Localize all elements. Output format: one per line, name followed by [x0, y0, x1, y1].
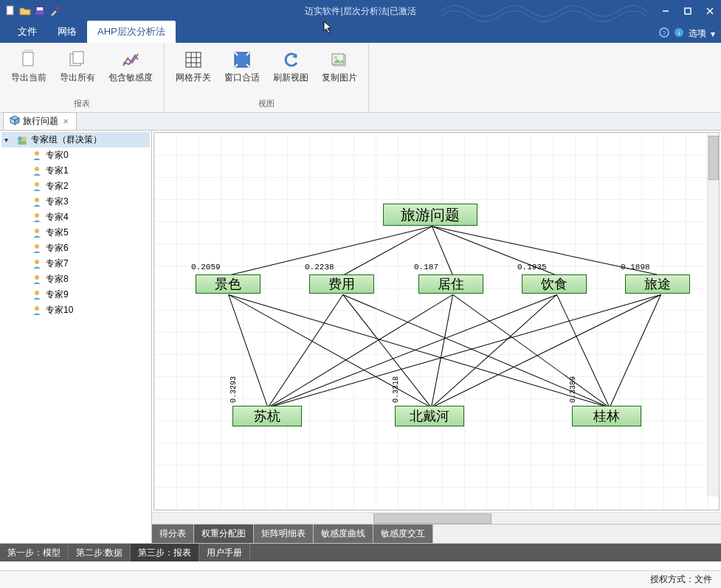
tree-expert-item[interactable]: 专家2 — [1, 179, 150, 194]
refresh-button[interactable]: 刷新视图 — [268, 46, 314, 88]
tree-expert-item[interactable]: 专家7 — [1, 256, 150, 271]
criteria-weight-label: 0.2059 — [191, 263, 221, 271]
svg-point-24 — [18, 136, 22, 141]
horizontal-scroll-thumb[interactable] — [373, 513, 491, 524]
tree-expert-item[interactable]: 专家1 — [1, 163, 150, 179]
person-icon — [31, 243, 43, 255]
tree-expert-item[interactable]: 专家0 — [1, 148, 150, 163]
svg-point-35 — [35, 275, 39, 280]
export-current-button[interactable]: 导出当前 — [6, 46, 52, 88]
svg-point-31 — [35, 213, 39, 218]
menu-ahp[interactable]: AHP层次分析法 — [87, 21, 176, 43]
main-area: ▾ 专家组（群决策） 专家0专家1专家2专家3专家4专家5专家6专家7专家8专家… — [0, 131, 721, 544]
node-goal[interactable]: 旅游问题 — [383, 204, 477, 226]
node-criteria[interactable]: 饮食 — [522, 274, 587, 294]
node-alternative[interactable]: 北戴河 — [395, 406, 464, 426]
step-button[interactable]: 第一步：模型 — [0, 544, 69, 561]
chart-tab[interactable]: 得分表 — [152, 525, 194, 543]
step-button[interactable]: 第三步：报表 — [131, 544, 199, 561]
svg-rect-5 — [685, 8, 691, 14]
titlebar: 迈实软件|层次分析法|已激活 — [0, 0, 721, 22]
ribconfronted: 窗口合适 — [224, 72, 260, 84]
person-icon — [31, 227, 43, 239]
diagram-canvas[interactable]: 旅游问题0.2059景色0.2238费用0.187居住0.1935饮食0.189… — [153, 132, 720, 511]
window-title: 迈实软件|层次分析法|已激活 — [305, 5, 415, 18]
options-dropdown[interactable]: 选项 — [689, 27, 706, 40]
export-all-button[interactable]: 导出所有 — [55, 46, 100, 88]
person-icon — [31, 150, 43, 162]
tree-expander-icon[interactable]: ▾ — [4, 136, 13, 144]
canvas-wrap: 旅游问题0.2059景色0.2238费用0.187居住0.1935饮食0.189… — [152, 131, 721, 543]
maximize-button[interactable] — [677, 1, 699, 21]
minimize-button[interactable] — [655, 1, 677, 21]
node-criteria[interactable]: 景色 — [196, 274, 261, 294]
group-icon — [16, 134, 28, 146]
open-folder-icon[interactable] — [19, 5, 31, 17]
ribbon-group-report: 导出当前导出所有包含敏感度 报表 — [0, 43, 165, 112]
person-icon — [31, 181, 43, 193]
fit-button[interactable]: 窗口合适 — [219, 46, 265, 88]
chart-tab[interactable]: 敏感度曲线 — [314, 525, 373, 543]
tree-expert-item[interactable]: 专家3 — [1, 194, 150, 210]
node-criteria[interactable]: 旅途 — [625, 274, 690, 294]
copy-image-icon — [329, 49, 350, 70]
grid-button[interactable]: 网格开关 — [170, 46, 216, 88]
tree-root[interactable]: ▾ 专家组（群决策） — [1, 132, 150, 148]
tree-item-label: 专家6 — [46, 242, 69, 255]
person-icon — [31, 212, 43, 224]
sidebar-tree[interactable]: ▾ 专家组（群决策） 专家0专家1专家2专家3专家4专家5专家6专家7专家8专家… — [0, 131, 152, 543]
tree-expert-item[interactable]: 专家5 — [1, 225, 150, 241]
svg-point-30 — [35, 198, 39, 202]
tree-item-label: 专家1 — [46, 165, 69, 177]
chart-tab[interactable]: 权重分配图 — [194, 525, 254, 543]
alternative-weight-label: 0.3318 — [392, 376, 400, 403]
tree-expert-item[interactable]: 专家9 — [1, 287, 150, 302]
tree-item-label: 专家3 — [46, 196, 69, 208]
svg-rect-2 — [37, 7, 43, 10]
node-criteria[interactable]: 居住 — [418, 274, 483, 294]
new-file-icon[interactable] — [4, 5, 16, 17]
info-icon[interactable]: i — [674, 27, 684, 40]
cube-icon — [10, 115, 20, 128]
tools-icon[interactable] — [49, 5, 61, 17]
tree-expert-item[interactable]: 专家6 — [1, 241, 150, 256]
refresh-icon — [280, 49, 301, 70]
svg-point-33 — [35, 244, 39, 249]
ribbon: 导出当前导出所有包含敏感度 报表 网格开关窗口合适刷新视图复制图片 视图 — [0, 43, 721, 113]
menu-network[interactable]: 网络 — [47, 21, 87, 43]
chevron-down-icon[interactable]: ▾ — [711, 29, 715, 39]
ribconfronted: 复制图片 — [322, 72, 357, 84]
chart-tab[interactable]: 敏感度交互 — [373, 525, 433, 543]
grid-icon — [183, 49, 204, 70]
step-button[interactable]: 第二步:数据 — [69, 544, 131, 561]
sensitivity-icon — [120, 49, 141, 70]
node-alternative[interactable]: 桂林 — [572, 406, 641, 426]
tree-item-label: 专家4 — [46, 211, 69, 224]
person-icon — [31, 165, 43, 177]
node-criteria[interactable]: 费用 — [309, 274, 374, 294]
node-alternative[interactable]: 苏杭 — [232, 406, 302, 426]
export-all-icon — [67, 49, 88, 70]
svg-text:i: i — [678, 30, 680, 37]
criteria-weight-label: 0.2238 — [305, 263, 334, 271]
tree-expert-item[interactable]: 专家8 — [1, 271, 150, 287]
help-icon[interactable]: ? — [659, 27, 669, 40]
sensitivity-button[interactable]: 包含敏感度 — [103, 46, 158, 88]
vertical-scroll-thumb[interactable] — [708, 136, 719, 180]
document-tab[interactable]: 旅行问题 ✕ — [3, 112, 77, 130]
export-current-icon — [18, 49, 39, 70]
horizontal-scrollbar[interactable] — [152, 512, 721, 524]
ribconfronted: 包含敏感度 — [108, 72, 153, 84]
tree-root-label: 专家组（群决策） — [31, 134, 102, 146]
close-button[interactable] — [699, 1, 721, 21]
tree-expert-item[interactable]: 专家10 — [1, 302, 150, 318]
step-button[interactable]: 用户手册 — [199, 544, 250, 561]
close-tab-icon[interactable]: ✕ — [61, 117, 70, 125]
vertical-scrollbar[interactable] — [707, 134, 719, 497]
copy-image-button[interactable]: 复制图片 — [317, 46, 362, 88]
menu-file[interactable]: 文件 — [7, 21, 47, 43]
chart-tab[interactable]: 矩阵明细表 — [254, 525, 314, 543]
save-icon[interactable] — [34, 5, 46, 17]
svg-rect-12 — [23, 52, 33, 66]
tree-expert-item[interactable]: 专家4 — [1, 210, 150, 225]
